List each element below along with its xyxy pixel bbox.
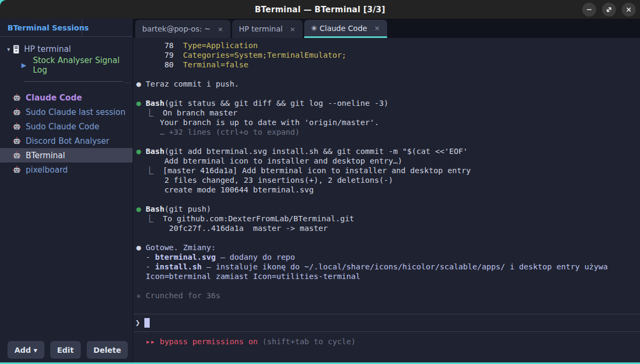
terminal-line: 78 Type=Application xyxy=(136,41,640,50)
sidebar-buttons: Add ▾ Edit Delete xyxy=(0,341,133,364)
tab-label: HP terminal xyxy=(239,25,283,33)
window-controls xyxy=(582,0,636,19)
prompt-icon: ❯ xyxy=(135,318,140,328)
divider-dots: … xyxy=(124,80,130,83)
tree-divider: … xyxy=(0,76,133,86)
window-title: BTerminal — BTerminal [3/3] xyxy=(255,5,385,14)
sidebar-item-pixelboard[interactable]: pixelboard xyxy=(0,162,133,177)
terminal-line: ⎿ On branch master xyxy=(136,108,640,118)
sidebar-item-sudo-claude-last-session[interactable]: Sudo Claude last session xyxy=(0,105,133,119)
terminal-line: ✳ Crunched for 36s xyxy=(136,291,640,300)
minimize-button[interactable] xyxy=(582,3,596,17)
robot-icon xyxy=(13,108,21,116)
sidebar-item-sudo-claude-code[interactable]: Sudo Claude Code xyxy=(0,119,133,134)
terminal-lines: 78 Type=Application 79 Categories=System… xyxy=(136,41,640,300)
tab-close-icon[interactable]: × xyxy=(218,25,223,33)
terminal-line: 79 Categories=System;TerminalEmulator; xyxy=(136,50,640,60)
sidebar-item-bterminal[interactable]: BTerminal xyxy=(0,148,133,162)
text-cursor xyxy=(144,318,150,328)
titlebar[interactable]: BTerminal — BTerminal [3/3] xyxy=(0,0,640,19)
terminal-line: 80 Terminal=false xyxy=(136,60,640,69)
robot-icon xyxy=(13,166,21,174)
terminal-line: 20fc27f..416da1a master -> master xyxy=(136,223,640,233)
terminal-line: ⎿ [master 416da1a] Add bterminal icon to… xyxy=(136,166,640,175)
expand-arrow-icon[interactable]: ▶ xyxy=(21,61,29,69)
terminal-line: - install.sh — instaluje ikonę do ~/.loc… xyxy=(136,262,640,272)
terminal-line xyxy=(136,195,640,204)
add-button[interactable]: Add ▾ xyxy=(7,341,44,359)
computer-icon xyxy=(13,45,20,54)
terminal-line: - bterminal.svg — dodany do repo xyxy=(136,252,640,262)
robot-icon xyxy=(13,122,21,130)
tree-item-label: Stock Analyser Signal Log xyxy=(33,56,133,75)
robot-icon xyxy=(13,137,21,145)
tab-close-icon[interactable]: × xyxy=(290,25,296,33)
terminal-line: ● Bash(git status && git diff && git log… xyxy=(136,98,640,108)
prompt-input[interactable]: ❯ xyxy=(133,314,640,332)
terminal-line: 2 files changed, 23 insertions(+), 2 del… xyxy=(136,175,640,185)
terminal-line: create mode 100644 bterminal.svg xyxy=(136,185,640,195)
tab-claude-code[interactable]: ✳ Claude Code× xyxy=(304,20,387,38)
robot-icon xyxy=(13,151,21,159)
terminal-output[interactable]: 78 Type=Application 79 Categories=System… xyxy=(133,38,640,364)
session-label: pixelboard xyxy=(26,165,68,175)
terminal-line xyxy=(136,137,640,146)
collapse-arrow-icon[interactable]: ▾ xyxy=(4,46,13,53)
terminal-line: ● Teraz commit i push. xyxy=(136,79,640,89)
tab-bartek-pop-os[interactable]: bartek@pop-os: ~× xyxy=(135,20,230,38)
terminal-line xyxy=(136,281,640,291)
delete-button[interactable]: Delete xyxy=(87,341,128,359)
terminal-line: ⎿ To github.com:DexterFromLab/BTerminal.… xyxy=(136,214,640,223)
sidebar-header: BTerminal Sessions xyxy=(0,19,133,37)
sidebar-header-label: BTerminal Sessions xyxy=(0,24,89,32)
maximize-button[interactable] xyxy=(602,3,616,17)
robot-icon xyxy=(13,94,21,102)
session-label: Sudo Claude last session xyxy=(26,107,126,117)
tab-hp-terminal[interactable]: HP terminal× xyxy=(232,20,303,38)
session-tree: ▾ HP terminal ▶ Stock Analyser Signal Lo… xyxy=(0,37,133,86)
edit-button[interactable]: Edit xyxy=(50,341,81,359)
terminal-line xyxy=(136,89,640,98)
session-label: Sudo Claude Code xyxy=(26,122,99,131)
close-icon xyxy=(625,6,633,13)
tab-label: ✳ Claude Code xyxy=(311,24,367,33)
terminal-line: ● Bash(git push) xyxy=(136,204,640,214)
terminal-line: Add bterminal icon to installer and desk… xyxy=(136,156,640,166)
terminal-line: ● Bash(git add bterminal.svg install.sh … xyxy=(136,146,640,156)
close-button[interactable] xyxy=(622,3,636,17)
tree-item-label: HP terminal xyxy=(24,44,71,54)
terminal-line: … +32 lines (ctrl+o to expand) xyxy=(136,127,640,137)
session-label: Claude Code xyxy=(26,93,82,103)
terminal-line: Icon=bterminal zamiast Icon=utilities-te… xyxy=(136,272,640,281)
tree-item-stock-analyser-signal-log[interactable]: ▶ Stock Analyser Signal Log xyxy=(0,57,133,73)
minimize-icon xyxy=(585,6,593,13)
session-label: BTerminal xyxy=(26,151,65,160)
terminal-line xyxy=(136,233,640,243)
tab-label: bartek@pop-os: ~ xyxy=(142,25,211,33)
sidebar-item-discord-bot-analyser[interactable]: Discord Bot Analyser xyxy=(0,134,133,148)
sessions-sidebar: BTerminal Sessions ▾ HP terminal ▶ Stock… xyxy=(0,19,133,364)
sidebar-item-claude-code[interactable]: Claude Code xyxy=(0,90,133,105)
tab-close-icon[interactable]: × xyxy=(374,24,380,32)
permissions-status: ▸▸ bypass permissions on (shift+tab to c… xyxy=(136,337,640,346)
terminal-line: Your branch is up to date with 'origin/m… xyxy=(136,118,640,127)
terminal-line: ● Gotowe. Zmiany: xyxy=(136,243,640,252)
maximize-icon xyxy=(605,6,613,13)
session-label: Discord Bot Analyser xyxy=(26,136,109,146)
session-list: Claude CodeSudo Claude last sessionSudo … xyxy=(0,90,133,177)
tree-item-hp-terminal[interactable]: ▾ HP terminal xyxy=(0,41,133,57)
terminal-line xyxy=(136,69,640,79)
tab-bar: bartek@pop-os: ~×HP terminal×✳ Claude Co… xyxy=(133,19,640,38)
